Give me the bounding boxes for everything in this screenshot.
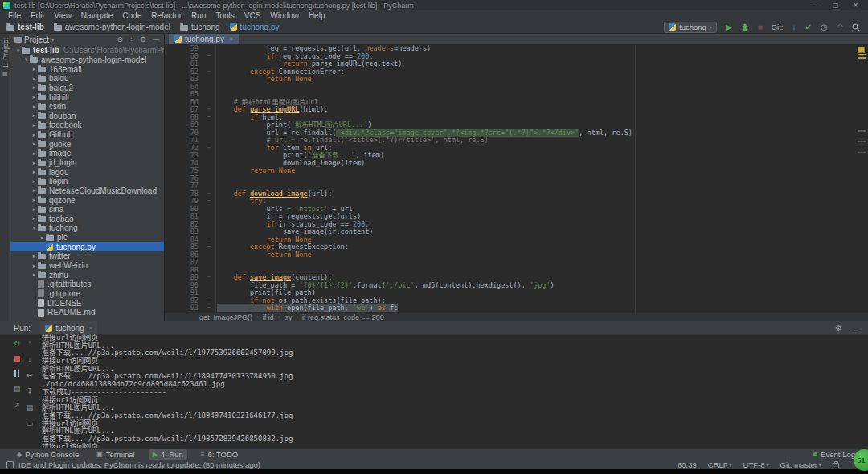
run-button[interactable]: ▶	[726, 23, 732, 31]
arrow-right-icon[interactable]: ▸	[31, 187, 38, 194]
local-history-button[interactable]: ◷	[821, 23, 828, 31]
fold-marker-icon[interactable]: −	[203, 243, 215, 251]
rerun-icon[interactable]: ↻	[14, 340, 20, 347]
tree-item-qqzone[interactable]: ▸qqzone	[10, 195, 164, 205]
arrow-right-icon[interactable]: ▸	[31, 104, 38, 110]
tree-item-guoke[interactable]: ▸guoke	[10, 139, 164, 149]
stop-button[interactable]: ■	[758, 23, 763, 31]
arrow-right-icon[interactable]: ▸	[39, 235, 46, 241]
toolwindow-button-terminal[interactable]: ▣Terminal	[92, 449, 138, 460]
arrow-right-icon[interactable]: ▸	[31, 141, 38, 147]
tree-item-readme-md[interactable]: README.md	[10, 308, 164, 317]
maximize-button[interactable]: ▢	[833, 2, 839, 9]
editor-breadcrumb-item[interactable]: try	[284, 313, 292, 321]
chevron-down-icon[interactable]: ▾	[51, 37, 54, 43]
tree-item-github[interactable]: ▸Github	[10, 130, 164, 140]
fold-marker-icon[interactable]: −	[203, 198, 215, 206]
menu-edit[interactable]: Edit	[26, 11, 49, 20]
tree-item-sina[interactable]: ▸sina	[10, 205, 164, 215]
menu-tools[interactable]: Tools	[211, 11, 239, 20]
fold-marker-icon[interactable]: −	[203, 106, 215, 114]
tree-item-taobao[interactable]: ▸taobao	[10, 215, 164, 224]
menu-help[interactable]: Help	[304, 11, 330, 20]
stripe-mark[interactable]	[858, 130, 866, 132]
arrow-down-icon[interactable]: ▾	[23, 56, 30, 63]
code-editor[interactable]: 59 req = requests.get(url, headers=heade…	[165, 45, 857, 313]
status-widget-crlf[interactable]: CRLF▾	[708, 460, 732, 469]
tree-item-douban[interactable]: ▸douban	[10, 111, 164, 121]
menu-window[interactable]: Window	[265, 11, 304, 20]
arrow-right-icon[interactable]: ▸	[31, 132, 38, 138]
tree-item-awesome-python-login-model[interactable]: ▾awesome-python-login-model	[10, 55, 164, 65]
menu-refactor[interactable]: Refactor	[146, 11, 186, 20]
stop-icon[interactable]	[14, 356, 20, 362]
vcs-update-button[interactable]: ↓	[792, 23, 796, 31]
pause-icon[interactable]	[14, 370, 19, 377]
arrow-right-icon[interactable]: ▸	[31, 160, 38, 166]
softwrap-icon[interactable]: ↩	[27, 372, 33, 379]
menu-vcs[interactable]: VCS	[240, 11, 266, 20]
tree-item-liepin[interactable]: ▸liepin	[10, 177, 164, 186]
tree-item-jd-login[interactable]: ▸jd_login	[10, 158, 164, 168]
menu-view[interactable]: View	[49, 11, 76, 20]
run-config-selector[interactable]: tuchong ▾	[664, 22, 717, 33]
arrow-right-icon[interactable]: ▸	[31, 112, 38, 119]
tree-item-webweixin[interactable]: ▸webWeixin	[10, 261, 164, 271]
fold-marker-icon[interactable]: −	[203, 274, 215, 282]
tree-item-twitter[interactable]: ▸twitter	[10, 251, 164, 261]
vcs-commit-button[interactable]: ✔	[805, 23, 811, 31]
lock-icon[interactable]	[833, 463, 839, 468]
breadcrumb-item[interactable]: test-lib	[6, 22, 44, 31]
arrow-right-icon[interactable]: ▸	[31, 178, 38, 185]
arrow-right-icon[interactable]: ▸	[31, 122, 38, 129]
close-button[interactable]: ✕	[853, 2, 858, 9]
toolwindow-button-python-console[interactable]: ◈Python Console	[13, 449, 83, 460]
collapse-all-icon[interactable]: ÷	[129, 36, 133, 43]
arrow-right-icon[interactable]: ▸	[31, 206, 38, 213]
close-tab-icon[interactable]: ×	[89, 325, 93, 332]
minimize-button[interactable]: —	[812, 2, 818, 9]
arrow-right-icon[interactable]: ▸	[31, 76, 38, 82]
arrow-right-icon[interactable]: ▸	[31, 169, 38, 175]
tree-item-baidu2[interactable]: ▸baidu2	[10, 84, 164, 93]
run-tab-tuchong[interactable]: tuchong ×	[40, 321, 97, 334]
print-icon[interactable]: ▤	[27, 404, 34, 411]
fold-marker-icon[interactable]: −	[203, 236, 215, 244]
arrow-right-icon[interactable]: ▸	[31, 263, 38, 269]
menu-run[interactable]: Run	[186, 11, 211, 20]
fold-marker-icon[interactable]: −	[203, 190, 215, 198]
status-widget-git-master[interactable]: Git: master▾	[780, 460, 821, 469]
minimize-panel-icon[interactable]: —	[153, 36, 160, 43]
toolwindow-toggle-icon[interactable]	[6, 461, 14, 468]
tree-item--gitignore[interactable]: .gitignore	[10, 289, 164, 299]
status-widget-60-39[interactable]: 60:39	[678, 460, 697, 469]
fold-marker-icon[interactable]: −	[203, 68, 215, 76]
clear-icon[interactable]: ▭	[27, 420, 34, 427]
arrow-right-icon[interactable]: ▸	[31, 150, 38, 157]
arrow-right-icon[interactable]: ▸	[31, 215, 38, 222]
breadcrumb-item[interactable]: tuchong	[180, 22, 220, 31]
arrow-right-icon[interactable]: ▸	[31, 84, 38, 91]
undo-button[interactable]: ↶	[837, 23, 843, 31]
up-icon[interactable]: ↑	[28, 340, 32, 347]
close-tab-icon[interactable]: ×	[229, 35, 233, 43]
pin-icon[interactable]: ↗	[14, 402, 20, 409]
tree-item-csdn[interactable]: ▸csdn	[10, 102, 164, 112]
arrow-right-icon[interactable]: ▸	[31, 197, 38, 203]
breadcrumb-item[interactable]: awesome-python-login-model	[54, 22, 170, 31]
arrow-down-icon[interactable]: ▾	[31, 225, 38, 231]
toolwindow-button-6-todo[interactable]: ≡6: TODO	[197, 449, 242, 460]
arrow-right-icon[interactable]: ▸	[31, 272, 38, 278]
tree-item-tuchong[interactable]: ▾tuchong	[10, 223, 164, 233]
warning-stripe-mark[interactable]	[858, 54, 866, 55]
editor-breadcrumb-item[interactable]: if id	[263, 313, 274, 321]
search-everywhere-button[interactable]	[852, 23, 860, 31]
minimize-panel-icon[interactable]: —	[852, 324, 860, 333]
tree-item-license[interactable]: LICENSE	[10, 298, 164, 308]
inspection-indicator[interactable]	[858, 47, 865, 53]
menu-code[interactable]: Code	[117, 11, 146, 20]
gear-icon[interactable]: ⚙	[835, 324, 842, 333]
scrollend-icon[interactable]: ↧	[27, 388, 33, 395]
line-number[interactable]: 93	[165, 304, 203, 313]
arrow-right-icon[interactable]: ▸	[31, 94, 38, 100]
